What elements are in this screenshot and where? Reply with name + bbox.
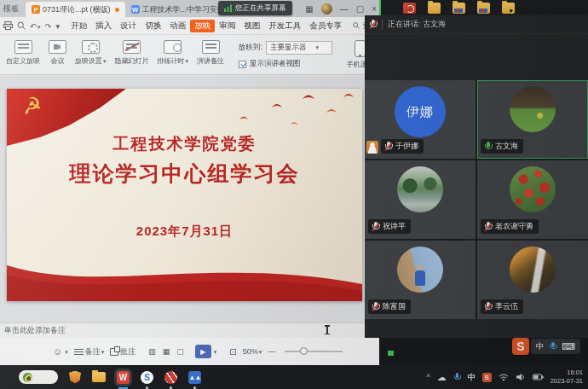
- participant-tile[interactable]: 李云伍: [477, 241, 588, 319]
- security-app-icon[interactable]: [69, 371, 81, 384]
- normal-view-icon[interactable]: ▥: [148, 347, 156, 356]
- wifi-icon[interactable]: [499, 373, 509, 381]
- file-explorer-icon[interactable]: [92, 372, 106, 382]
- print-icon[interactable]: [3, 21, 13, 30]
- undo-icon[interactable]: ↶: [30, 21, 40, 31]
- participant-name: 祝诗平: [383, 221, 406, 232]
- hammer-sickle-icon: ☭: [20, 92, 43, 121]
- zoom-slider-handle[interactable]: [300, 347, 308, 355]
- ime-mode-indicator[interactable]: 中: [536, 341, 544, 352]
- print-preview-icon[interactable]: [17, 21, 26, 30]
- participant-tile[interactable]: 老农谢守勇: [477, 160, 588, 239]
- slideshow-ribbon: 自定义放映 会议 放映设置 隐藏幻灯片 排练计时 演讲备注: [0, 35, 379, 75]
- clock[interactable]: 16:01 2023-07-31: [551, 369, 585, 386]
- minus-icon: —: [268, 347, 275, 356]
- screen: 模板 P 0731理论...pt (横版) W 工程技术学...中学习安排 + …: [0, 0, 588, 389]
- tray-ime-indicator[interactable]: 中: [468, 372, 476, 383]
- comments-toggle[interactable]: 批注: [110, 346, 135, 357]
- pdf-file-icon[interactable]: [403, 3, 416, 14]
- participant-grid: 伊娜 于伊娜 古文海 祝诗平: [365, 80, 588, 319]
- menu-start[interactable]: 开始: [66, 20, 91, 32]
- participant-tile[interactable]: 祝诗平: [365, 160, 476, 239]
- reading-view-icon[interactable]: ▢: [176, 347, 184, 356]
- face-caret-icon[interactable]: [64, 347, 68, 356]
- wps-office-taskbar-icon[interactable]: W: [117, 371, 130, 384]
- emoji-face-icon[interactable]: ☺: [53, 346, 62, 357]
- mute-slash: [484, 302, 492, 311]
- tab-label: 0731理论...pt (横版): [43, 4, 111, 15]
- slideshow-settings-button[interactable]: 放映设置: [71, 35, 111, 66]
- meeting-app-icon[interactable]: ▲▲: [188, 371, 201, 384]
- rehearse-timing-button[interactable]: 排练计时: [153, 35, 193, 66]
- menu-transition[interactable]: 切换: [141, 20, 165, 32]
- display-target-select[interactable]: 主要显示器: [266, 41, 332, 55]
- menu-membership[interactable]: 会员专享: [305, 20, 346, 32]
- sogou-taskbar-icon[interactable]: S: [141, 371, 153, 384]
- muted-mic-icon: [372, 302, 379, 311]
- speaking-label: 正在讲话: 古文海: [388, 19, 446, 30]
- maximize-button[interactable]: ▢: [356, 4, 364, 14]
- menu-devtools[interactable]: 开发工具: [264, 20, 305, 32]
- slide[interactable]: ☭ 工程技术学院党委 理论学习中心组学习会 2023年7月31日: [7, 89, 362, 301]
- cloud-tray-icon[interactable]: ☁: [437, 372, 447, 383]
- account-avatar[interactable]: [321, 3, 332, 15]
- tab-active-presentation[interactable]: P 0731理论...pt (横版): [26, 2, 125, 17]
- presenter-view-checkbox[interactable]: [239, 61, 246, 68]
- folder-icon[interactable]: [428, 3, 441, 14]
- archive-folder-icon[interactable]: [477, 3, 490, 14]
- custom-show-button[interactable]: 自定义放映: [2, 35, 44, 66]
- customize-toolbar-caret-icon[interactable]: ▾: [55, 21, 60, 31]
- tray-date: 2023-07-31: [551, 377, 583, 385]
- keyboard-icon[interactable]: ⌨: [562, 341, 575, 352]
- tray-expand-chevron-icon[interactable]: ^: [426, 373, 429, 381]
- menu-bar: ↶ ↷ ▾ 开始 插入 设计 切换 动画 放映 审阅 视图 开发工具 会员专享 …: [0, 17, 379, 35]
- screen-sharing-toast: 您正在共享屏幕: [218, 1, 292, 15]
- zoom-level[interactable]: 50%: [243, 347, 262, 356]
- menu-insert[interactable]: 插入: [91, 20, 116, 32]
- minimize-button[interactable]: —: [340, 4, 349, 14]
- tool-folder-icon[interactable]: [502, 3, 515, 14]
- participant-tile-active-speaker[interactable]: 古文海: [477, 80, 588, 159]
- participant-tile[interactable]: 伊娜 于伊娜: [365, 80, 476, 159]
- battery-icon[interactable]: [533, 374, 544, 380]
- redo-icon[interactable]: ↷: [44, 21, 51, 31]
- slide-sorter-view-icon[interactable]: ▦: [163, 347, 170, 356]
- sogou-logo-icon[interactable]: S: [512, 338, 529, 355]
- red-app-icon[interactable]: [164, 371, 177, 384]
- menu-view[interactable]: 视图: [239, 20, 264, 32]
- notes-bar[interactable]: 单击此处添加备注: [0, 322, 379, 338]
- menu-animation[interactable]: 动画: [165, 20, 190, 32]
- avatar: 伊娜: [395, 86, 446, 137]
- notes-toggle-label: 备注: [85, 346, 105, 357]
- menu-design[interactable]: 设计: [116, 20, 141, 32]
- zoom-out-button[interactable]: —: [268, 347, 275, 356]
- close-button[interactable]: ×: [372, 4, 377, 14]
- tab-document[interactable]: W 工程技术学...中学习安排: [125, 2, 232, 17]
- participant-name: 李云伍: [495, 301, 518, 312]
- hide-slide-button[interactable]: 隐藏幻灯片: [111, 35, 153, 66]
- tray-sogou-icon[interactable]: S: [482, 373, 492, 382]
- menu-review[interactable]: 审阅: [215, 20, 239, 32]
- screen-share-border-corner: [388, 351, 394, 356]
- voice-input-icon[interactable]: [549, 342, 556, 351]
- meeting-button[interactable]: 会议: [44, 35, 71, 66]
- fit-slide-icon[interactable]: ⊡: [229, 347, 236, 357]
- tray-mic-icon[interactable]: [453, 373, 461, 382]
- status-bar: ☺ 备注 批注 ▥ ▦ ▢ ▶ ⊡: [0, 338, 379, 365]
- hide-slide-icon: [123, 40, 141, 54]
- apps-grid-icon[interactable]: ▦: [305, 4, 313, 14]
- search-icon: [353, 22, 360, 29]
- zoom-slider[interactable]: [285, 351, 343, 352]
- tab-home[interactable]: 模板: [0, 3, 26, 15]
- participant-tile[interactable]: 陈富国: [365, 241, 476, 319]
- slideshow-caret-icon[interactable]: [213, 347, 217, 356]
- notes-toggle[interactable]: 备注: [74, 346, 105, 357]
- muted-mic-icon: [369, 20, 377, 29]
- menu-slideshow-active[interactable]: 放映: [190, 20, 215, 32]
- windows-search-box[interactable]: [19, 370, 58, 384]
- archive-folder-icon[interactable]: [453, 3, 465, 14]
- speaker-notes-button[interactable]: 演讲备注: [193, 35, 228, 66]
- speaker-icon[interactable]: [516, 373, 526, 381]
- person-figure: [415, 270, 425, 286]
- start-slideshow-button[interactable]: ▶: [195, 345, 211, 358]
